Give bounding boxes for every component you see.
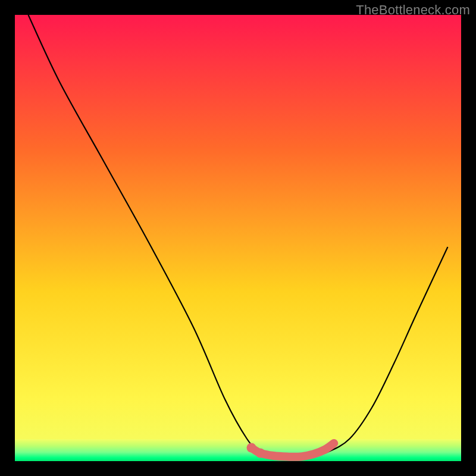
- chart-frame: TheBottleneck.com: [0, 0, 476, 476]
- curve-layer: [15, 15, 461, 461]
- highlight-dot: [247, 443, 256, 453]
- watermark-text: TheBottleneck.com: [356, 2, 470, 18]
- plot-area: [15, 15, 461, 461]
- bottleneck-curve: [29, 15, 448, 457]
- highlight-dot: [256, 449, 265, 458]
